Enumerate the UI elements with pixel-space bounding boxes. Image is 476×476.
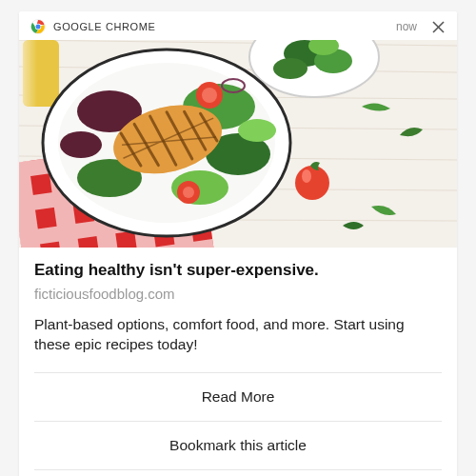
read-more-button[interactable]: Read More bbox=[34, 372, 442, 421]
svg-point-55 bbox=[295, 166, 329, 200]
svg-point-29 bbox=[273, 58, 307, 79]
chrome-icon bbox=[30, 19, 46, 34]
svg-point-43 bbox=[183, 187, 194, 198]
notification-body: Plant-based options, comfort food, and m… bbox=[34, 315, 442, 355]
push-notification: GOOGLE CHROME now bbox=[19, 11, 457, 476]
notification-title: Eating healthy isn't super-expensive. bbox=[34, 261, 442, 280]
svg-point-41 bbox=[202, 88, 217, 103]
bookmark-button[interactable]: Bookmark this article bbox=[34, 421, 442, 470]
svg-rect-25 bbox=[23, 40, 59, 107]
svg-point-2 bbox=[36, 25, 41, 30]
svg-point-38 bbox=[60, 131, 102, 158]
notification-image bbox=[19, 40, 457, 248]
app-name: GOOGLE CHROME bbox=[53, 21, 155, 32]
svg-point-39 bbox=[238, 119, 276, 142]
notification-source: ficticiousfoodblog.com bbox=[34, 286, 442, 302]
svg-point-56 bbox=[302, 169, 311, 183]
notification-header: GOOGLE CHROME now bbox=[19, 11, 457, 40]
notification-content: Eating healthy isn't super-expensive. fi… bbox=[19, 248, 457, 372]
close-icon[interactable] bbox=[430, 19, 446, 34]
notification-time: now bbox=[396, 20, 417, 33]
notification-actions: Read More Bookmark this article bbox=[19, 372, 457, 476]
